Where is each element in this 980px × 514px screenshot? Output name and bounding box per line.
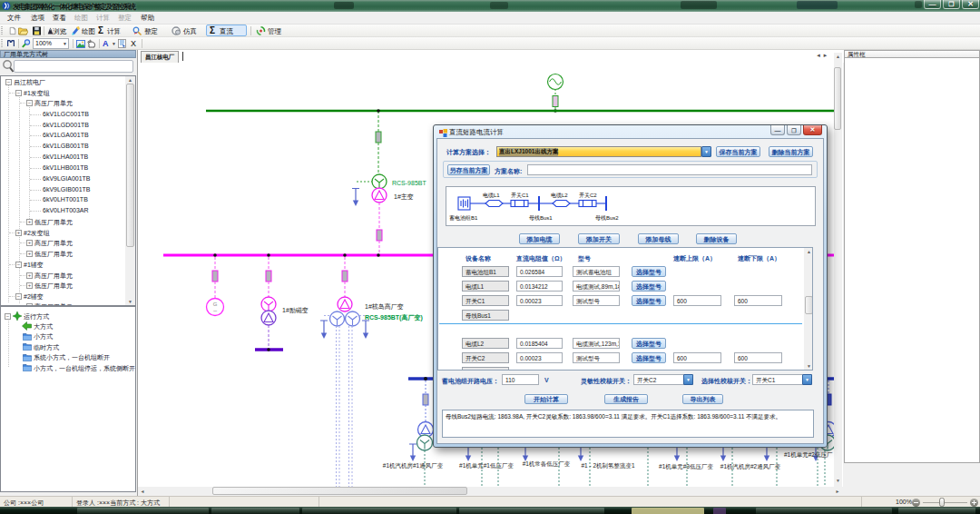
svg-text:母线Bus2: 母线Bus2	[595, 214, 619, 222]
svg-text:#1 - 2机制氢整流变1: #1 - 2机制氢整流变1	[581, 462, 635, 470]
svg-text:开关C1: 开关C1	[511, 192, 529, 198]
svg-text:蓄电池组B1: 蓄电池组B1	[449, 215, 478, 222]
svg-text:电缆L2: 电缆L2	[551, 193, 568, 199]
svg-text:1#励磁变: 1#励磁变	[282, 307, 309, 314]
svg-text:~: ~	[213, 307, 218, 315]
svg-text:#1机单元#2低压厂: #1机单元#2低压厂	[784, 451, 833, 458]
svg-text:#1机单元#1低压厂变: #1机单元#1低压厂变	[459, 462, 514, 470]
svg-text:母线Bus1: 母线Bus1	[529, 214, 553, 222]
svg-text:1#主变: 1#主变	[394, 193, 414, 201]
svg-text:开关C2: 开关C2	[579, 192, 597, 198]
svg-text:#1机汽机房#2通风厂变: #1机汽机房#2通风厂变	[720, 463, 781, 470]
svg-text:#1机单元#3低压厂变: #1机单元#3低压厂变	[659, 463, 713, 470]
svg-text:#1机汽机房#1通风厂变: #1机汽机房#1通风厂变	[383, 462, 444, 470]
svg-text:#1机常备低压厂变: #1机常备低压厂变	[523, 460, 571, 468]
svg-text:RCS-985BT(高厂变): RCS-985BT(高厂变)	[365, 313, 423, 321]
svg-text:RCS-985BT: RCS-985BT	[392, 180, 426, 186]
svg-text:电缆L1: 电缆L1	[483, 193, 500, 199]
svg-text:1#核岛高厂变: 1#核岛高厂变	[365, 303, 404, 311]
